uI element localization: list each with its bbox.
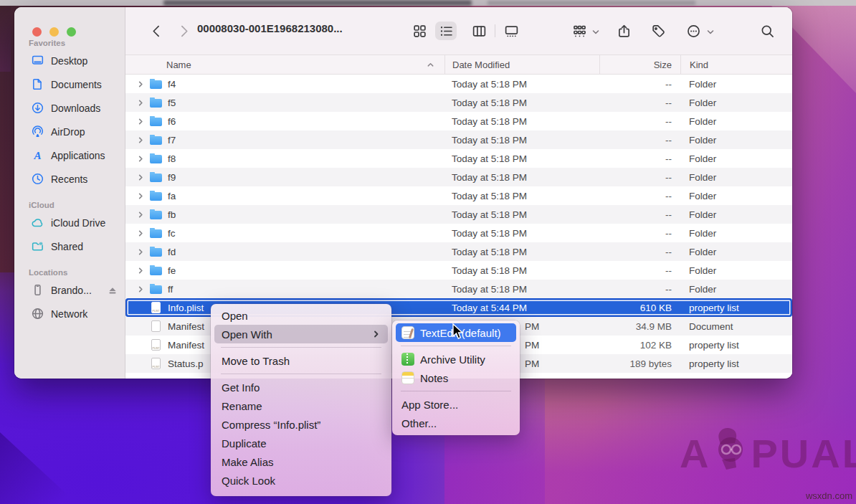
sidebar-item-desktop[interactable]: Desktop <box>14 49 125 72</box>
menu-item-rename[interactable]: Rename <box>214 396 388 415</box>
size-cell: -- <box>599 116 680 127</box>
table-row-f8-4[interactable]: f8Today at 5:18 PM--Folder <box>125 149 792 168</box>
disclosure-chevron-icon[interactable] <box>137 192 148 200</box>
table-row-f6-2[interactable]: f6Today at 5:18 PM--Folder <box>125 112 792 130</box>
sidebar-item-icloud-drive[interactable]: iCloud Drive <box>14 211 125 234</box>
zoom-window-button[interactable] <box>67 27 76 37</box>
submenu-item-other[interactable]: Other... <box>396 414 516 432</box>
submenu-separator <box>401 391 511 391</box>
disclosure-chevron-icon[interactable] <box>137 173 148 181</box>
disclosure-chevron-icon[interactable] <box>137 229 148 237</box>
size-cell: -- <box>599 265 680 276</box>
menu-item-label: Duplicate <box>222 437 267 450</box>
table-row-fe-10[interactable]: feToday at 5:18 PM--Folder <box>125 261 792 280</box>
disclosure-chevron-icon[interactable] <box>137 248 148 256</box>
sidebar-item-airdrop[interactable]: AirDrop <box>14 120 125 143</box>
menu-separator <box>221 374 381 374</box>
submenu-item-app-store[interactable]: App Store... <box>396 395 516 414</box>
column-header-size[interactable]: Size <box>599 55 680 74</box>
folder-icon <box>150 155 162 163</box>
share-button[interactable] <box>613 22 634 40</box>
finder-toolbar: 00008030-001E1968213080... <box>125 7 792 54</box>
sidebar-item-applications[interactable]: AApplications <box>14 143 125 167</box>
more-actions-button[interactable] <box>683 22 704 40</box>
file-name-label: f4 <box>168 79 176 90</box>
table-row-f9-5[interactable]: f9Today at 5:18 PM--Folder <box>125 168 792 186</box>
disclosure-chevron-icon[interactable] <box>137 155 148 163</box>
more-chevron-down-icon[interactable] <box>706 27 715 35</box>
menu-item-get-info[interactable]: Get Info <box>214 378 388 396</box>
icon-view-button[interactable] <box>409 22 430 40</box>
disclosure-chevron-icon[interactable] <box>137 99 148 107</box>
appuals-watermark: A PUALS <box>680 430 856 477</box>
file-name-label: f7 <box>168 135 176 146</box>
disclosure-chevron-icon[interactable] <box>137 80 148 88</box>
column-header-name[interactable]: Name <box>125 55 444 74</box>
forward-button[interactable] <box>173 22 194 40</box>
sidebar-item-brando[interactable]: Brando... <box>14 278 125 302</box>
table-row-fd-9[interactable]: fdToday at 5:18 PM--Folder <box>125 242 792 261</box>
file-name-cell: f8 <box>125 153 444 164</box>
menu-item-make-alias[interactable]: Make Alias <box>214 452 388 471</box>
menu-item-quick-look[interactable]: Quick Look <box>214 471 388 490</box>
tags-button[interactable] <box>647 22 669 40</box>
minimize-window-button[interactable] <box>49 27 59 37</box>
group-button[interactable] <box>569 22 590 40</box>
size-cell: -- <box>599 191 680 201</box>
globe-icon <box>30 307 44 321</box>
disclosure-chevron-icon[interactable] <box>137 285 148 293</box>
folder-icon <box>150 229 162 238</box>
submenu-item-label: App Store... <box>401 399 458 411</box>
size-cell: 610 KB <box>599 303 680 313</box>
search-button[interactable] <box>756 22 778 40</box>
date-modified-cell: Today at 5:18 PM <box>444 135 599 146</box>
folder-icon <box>150 248 162 257</box>
gallery-view-button[interactable] <box>500 22 522 40</box>
folder-icon <box>150 285 162 294</box>
table-row-fa-6[interactable]: faToday at 5:18 PM--Folder <box>125 186 792 205</box>
eject-icon[interactable] <box>108 285 118 295</box>
sidebar-item-downloads[interactable]: Downloads <box>14 96 125 120</box>
disclosure-chevron-icon[interactable] <box>137 267 148 275</box>
sidebar-item-label: Desktop <box>51 55 87 67</box>
folder-icon <box>150 211 162 219</box>
file-name-cell: f4 <box>125 79 444 90</box>
menu-item-duplicate[interactable]: Duplicate <box>214 434 388 452</box>
table-row-fb-7[interactable]: fbToday at 5:18 PM--Folder <box>125 205 792 224</box>
close-window-button[interactable] <box>32 27 42 37</box>
menu-item-open-with[interactable]: Open With <box>214 325 388 343</box>
sidebar-item-network[interactable]: Network <box>14 302 125 325</box>
table-row-f7-3[interactable]: f7Today at 5:18 PM--Folder <box>125 130 792 149</box>
table-row-f4-0[interactable]: f4Today at 5:18 PM--Folder <box>125 75 792 93</box>
sidebar-item-documents[interactable]: Documents <box>14 72 125 96</box>
kind-cell: Folder <box>680 228 792 239</box>
back-button[interactable] <box>146 22 167 40</box>
table-row-f5-1[interactable]: f5Today at 5:18 PM--Folder <box>125 93 792 112</box>
table-row-ff-11[interactable]: ffToday at 5:18 PM--Folder <box>125 280 792 298</box>
menu-item-compress-info-plist[interactable]: Compress “Info.plist” <box>214 415 388 434</box>
column-header-date-modified[interactable]: Date Modified <box>444 55 599 74</box>
list-view-button[interactable] <box>435 22 457 40</box>
menu-item-open[interactable]: Open <box>214 306 388 325</box>
group-chevron-down-icon[interactable] <box>591 27 600 35</box>
disclosure-chevron-icon[interactable] <box>137 211 148 219</box>
menu-item-move-to-trash[interactable]: Move to Trash <box>214 351 388 370</box>
submenu-separator <box>401 346 511 346</box>
column-view-button[interactable] <box>468 22 490 40</box>
plist-badge: PLIST <box>152 346 159 350</box>
file-name-label: f6 <box>168 116 176 127</box>
sidebar-item-shared[interactable]: Shared <box>14 234 125 258</box>
column-header-kind[interactable]: Kind <box>680 55 792 74</box>
sidebar-item-recents[interactable]: Recents <box>14 167 125 191</box>
sidebar-item-label: AirDrop <box>51 126 85 138</box>
size-cell: -- <box>599 98 680 108</box>
submenu-item-notes[interactable]: Notes <box>396 369 516 387</box>
disclosure-chevron-icon[interactable] <box>137 118 148 125</box>
size-cell: -- <box>599 153 680 164</box>
sidebar-section-icloud: iCloudiCloud DriveShared <box>14 201 125 258</box>
date-modified-cell: Today at 5:18 PM <box>444 265 599 276</box>
submenu-item-archive-utility[interactable]: Archive Utility <box>396 350 516 369</box>
table-row-fc-8[interactable]: fcToday at 5:18 PM--Folder <box>125 224 792 242</box>
disclosure-chevron-icon[interactable] <box>137 136 148 144</box>
file-name-cell: f9 <box>125 172 444 183</box>
